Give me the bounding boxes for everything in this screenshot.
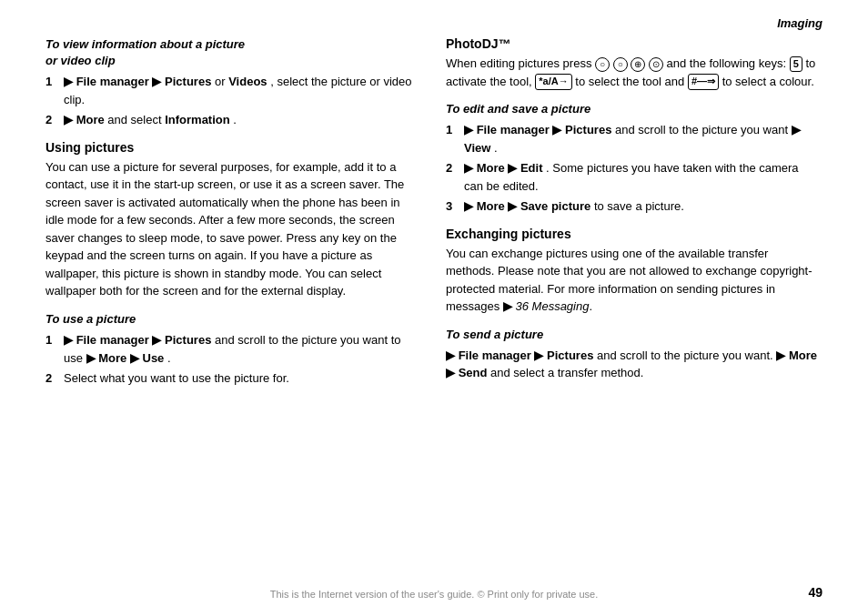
step-scroll: and scroll to the picture you want. (597, 348, 776, 362)
arrow-icon: ▶ (464, 161, 473, 175)
page: Imaging To view information about a pict… (0, 0, 868, 616)
key-star: *a/A→ (535, 74, 571, 89)
menu-information: Information (165, 113, 230, 126)
step-period: . (233, 113, 237, 126)
arrow-icon2: ▶ (508, 161, 517, 175)
section-view-info-steps: 1 ▶ File manager ▶ Pictures or Videos , … (45, 73, 419, 129)
menu-pictures: Pictures (165, 75, 211, 88)
menu-more: More (789, 348, 817, 362)
arrow-icon: ▶ (64, 75, 73, 88)
photodj-body: When editing pictures press ○ ○ ⊕ ⊙ and … (446, 55, 819, 90)
footer-label: This is the Internet version of the user… (270, 589, 599, 600)
menu-view: View (464, 141, 490, 155)
step-item: 2 ▶ More and select Information . (45, 111, 419, 129)
step-text: Select what you want to use the picture … (64, 369, 289, 388)
left-column: To view information about a pictureor vi… (45, 36, 419, 390)
menu-pictures: Pictures (565, 123, 611, 136)
menu-videos: Videos (228, 75, 267, 88)
section-photodj-title: PhotoDJ™ (446, 36, 819, 51)
menu-more: More (477, 199, 509, 213)
step-number: 1 (446, 121, 457, 157)
section-use-picture: To use a picture 1 ▶ File manager ▶ Pict… (45, 311, 419, 388)
arrow-icon3: ▶ (776, 348, 785, 362)
menu-save-picture: Save picture (520, 199, 590, 213)
page-header: Imaging (777, 16, 823, 30)
menu-file-manager: File manager (76, 333, 153, 347)
step-item: 1 ▶ File manager ▶ Pictures and scroll t… (45, 331, 419, 367)
key-5: 5 (790, 56, 802, 72)
key-circle-4: ⊙ (649, 57, 663, 72)
step-number: 2 (446, 159, 457, 195)
step-number: 1 (45, 331, 56, 367)
arrow-icon: ▶ (64, 333, 73, 347)
key-circle-3: ⊕ (631, 57, 645, 72)
menu-edit: Edit (520, 161, 543, 175)
exchanging-body: You can exchange pictures using one of t… (446, 245, 819, 316)
arrow-icon2: ▶ (152, 333, 161, 347)
arrow-icon2: ▶ (552, 123, 561, 136)
step-scroll: and scroll to the picture you want (615, 123, 792, 136)
step-period: . (494, 141, 498, 155)
using-pictures-body: You can use a picture for several purpos… (45, 158, 419, 300)
arrow-icon4: ▶ (446, 366, 455, 379)
step-number: 2 (45, 369, 56, 388)
menu-send: Send (459, 366, 488, 379)
step-item: 2 ▶ More ▶ Edit . Some pictures you have… (446, 159, 819, 195)
step-text: ▶ More ▶ Edit . Some pictures you have t… (464, 159, 819, 195)
section-view-info: To view information about a pictureor vi… (45, 36, 419, 129)
menu-use: Use (143, 351, 165, 365)
section-using-pictures: Using pictures You can use a picture for… (45, 140, 419, 300)
menu-file-manager: File manager (76, 75, 153, 88)
right-column: PhotoDJ™ When editing pictures press ○ ○… (446, 36, 819, 390)
menu-file-manager: File manager (459, 348, 535, 362)
section-exchanging-title: Exchanging pictures (446, 227, 819, 241)
menu-more: More (76, 113, 105, 126)
step-text: ▶ More ▶ Save picture to save a picture. (464, 197, 684, 216)
step-number: 2 (45, 111, 56, 129)
header-title: Imaging (777, 16, 823, 30)
key-circle-2: ○ (613, 57, 628, 72)
section-exchanging: Exchanging pictures You can exchange pic… (446, 227, 819, 316)
step-item: 1 ▶ File manager ▶ Pictures or Videos , … (45, 73, 419, 108)
section-use-picture-title: To use a picture (45, 311, 419, 328)
step-item: 3 ▶ More ▶ Save picture to save a pictur… (446, 197, 819, 216)
section-edit-save-title: To edit and save a picture (446, 101, 819, 117)
menu-pictures: Pictures (165, 333, 211, 347)
step-text-or: or (215, 75, 228, 88)
arrow-icon2: ▶ (508, 199, 517, 213)
section-edit-save-steps: 1 ▶ File manager ▶ Pictures and scroll t… (446, 121, 819, 216)
section-photodj: PhotoDJ™ When editing pictures press ○ ○… (446, 36, 819, 90)
footer-text: This is the Internet version of the user… (0, 589, 868, 600)
main-content: To view information about a pictureor vi… (45, 36, 823, 390)
section-using-pictures-title: Using pictures (45, 140, 419, 155)
menu-pictures: Pictures (547, 348, 593, 362)
section-use-picture-steps: 1 ▶ File manager ▶ Pictures and scroll t… (45, 331, 419, 388)
page-number: 49 (808, 585, 823, 600)
arrow-icon2: ▶ (534, 348, 543, 362)
step-text: ▶ File manager ▶ Pictures and scroll to … (464, 121, 819, 157)
step-rest: to save a picture. (594, 199, 684, 213)
arrow-icon: ▶ (64, 113, 73, 126)
send-picture-body: ▶ File manager ▶ Pictures and scroll to … (446, 347, 819, 382)
section-view-info-title: To view information about a pictureor vi… (45, 36, 419, 69)
arrow-icon4: ▶ (130, 351, 139, 365)
key-hash: #—⇒ (688, 74, 719, 89)
step-item: 1 ▶ File manager ▶ Pictures and scroll t… (446, 121, 819, 157)
arrow-icon: ▶ (464, 199, 473, 213)
arrow-icon: ▶ (446, 348, 455, 362)
arrow-icon: ▶ (503, 299, 512, 313)
step-period: . (167, 351, 171, 365)
arrow-icon3: ▶ (792, 123, 801, 136)
menu-more: More (477, 161, 509, 175)
step-number: 1 (45, 73, 56, 108)
menu-more: More (98, 351, 130, 365)
section-send-picture-title: To send a picture (446, 327, 819, 343)
menu-file-manager: File manager (477, 123, 553, 136)
section-send-picture: To send a picture ▶ File manager ▶ Pictu… (446, 327, 819, 382)
messaging-ref: 36 Messaging (516, 299, 590, 313)
step-number: 3 (446, 197, 457, 216)
step-item: 2 Select what you want to use the pictur… (45, 369, 419, 388)
arrow-icon: ▶ (464, 123, 473, 136)
step-and: and select (107, 113, 165, 126)
key-circle-1: ○ (595, 57, 610, 72)
